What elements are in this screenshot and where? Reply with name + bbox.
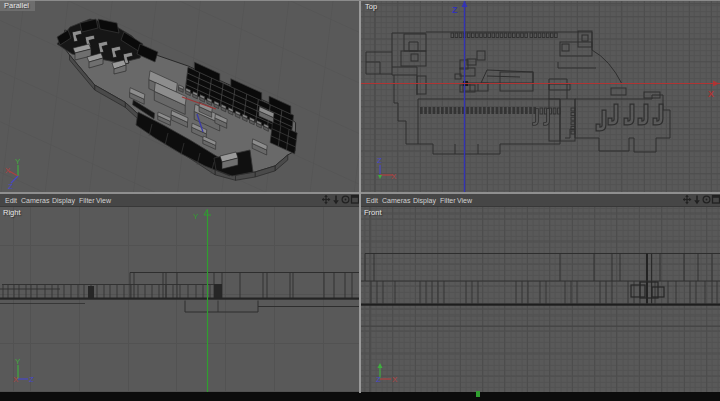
svg-text:Z: Z <box>377 156 382 165</box>
svg-text:Z: Z <box>452 5 458 15</box>
svg-text:X: X <box>392 375 398 384</box>
svg-text:Z: Z <box>29 375 34 384</box>
svg-text:Z: Z <box>8 182 13 191</box>
svg-text:Y: Y <box>15 157 21 166</box>
svg-text:X: X <box>391 172 397 181</box>
svg-text:Y: Y <box>15 357 21 366</box>
svg-text:Y: Y <box>193 212 199 221</box>
svg-text:X: X <box>13 375 19 384</box>
svg-text:X: X <box>5 166 11 175</box>
svg-text:Z: Z <box>376 375 381 384</box>
svg-text:X: X <box>708 89 714 99</box>
